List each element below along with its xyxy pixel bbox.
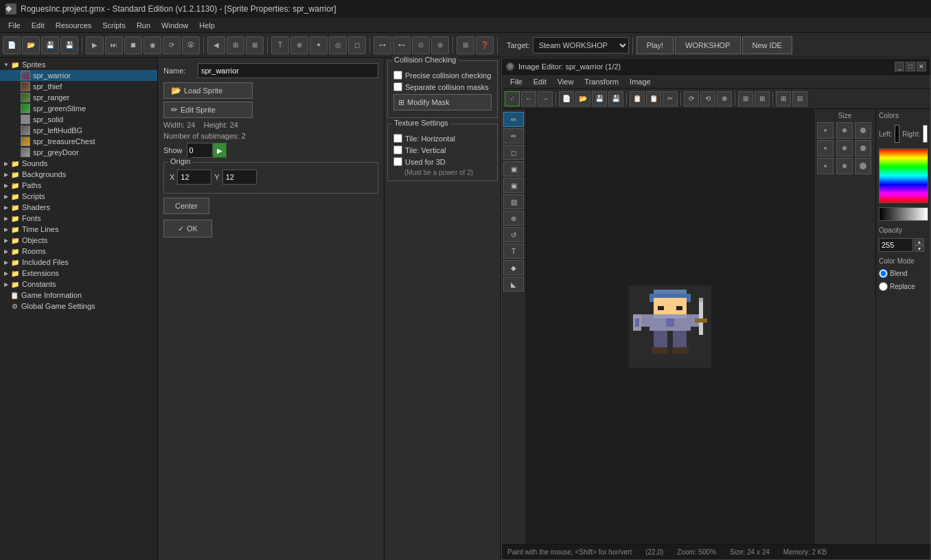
toolbar-b10[interactable]: ◎: [329, 36, 347, 54]
img-toolbar-b5[interactable]: ⊞: [755, 91, 770, 106]
toolbar-play[interactable]: ▶: [86, 36, 104, 54]
center-button[interactable]: Center: [163, 198, 209, 214]
toolbar-b4[interactable]: ◀: [207, 36, 225, 54]
sidebar-item-paths[interactable]: ▶ 📁 Paths: [0, 180, 157, 191]
img-toolbar-save[interactable]: 💾: [592, 91, 607, 106]
sidebar-item-extensions[interactable]: ▶ 📁 Extensions: [0, 268, 157, 279]
sidebar-item-fonts[interactable]: ▶ 📁 Fonts: [0, 213, 157, 224]
precise-collision-checkbox[interactable]: [393, 71, 402, 80]
ok-button[interactable]: ✓ OK: [163, 220, 212, 237]
win-restore[interactable]: □: [906, 62, 915, 71]
load-sprite-button[interactable]: 📂 Load Sprite: [163, 82, 253, 99]
img-toolbar-cut[interactable]: ✂: [663, 91, 678, 106]
img-toolbar-copy[interactable]: 📋: [630, 91, 645, 106]
target-select[interactable]: Steam WORKSHOP: [533, 37, 629, 54]
sidebar-item-spr-thief[interactable]: spr_thief: [0, 81, 157, 92]
toolbar-b11[interactable]: ◻: [348, 36, 366, 54]
toolbar-b12[interactable]: ⊶: [373, 36, 391, 54]
img-toolbar-b4[interactable]: ⊞: [738, 91, 753, 106]
sidebar-item-spr-ranger[interactable]: spr_ranger: [0, 92, 157, 103]
blend-radio[interactable]: [879, 269, 888, 278]
menu-help[interactable]: Help: [194, 20, 220, 31]
toolbar-b8[interactable]: ⊕: [290, 36, 308, 54]
size-md-lg[interactable]: [855, 140, 871, 156]
gray-bar[interactable]: [879, 207, 928, 221]
menu-scripts[interactable]: Scripts: [97, 20, 131, 31]
edit-sprite-button[interactable]: ✏ Edit Sprite: [163, 102, 253, 118]
img-toolbar-paste[interactable]: 📋: [646, 91, 661, 106]
replace-radio[interactable]: [879, 282, 888, 291]
img-toolbar-new[interactable]: 📄: [559, 91, 574, 106]
menu-window[interactable]: Window: [156, 20, 194, 31]
sidebar-item-spr-solid[interactable]: spr_solid: [0, 114, 157, 125]
canvas-area[interactable]: [527, 109, 814, 544]
toolbar-save[interactable]: 💾: [41, 36, 59, 54]
size-lg-lg[interactable]: [855, 158, 871, 174]
play-button[interactable]: Play!: [636, 36, 674, 54]
size-sm-lg[interactable]: [855, 122, 871, 139]
sidebar-item-shaders[interactable]: ▶ 📁 Shaders: [0, 202, 157, 213]
img-menu-edit[interactable]: Edit: [528, 77, 552, 86]
img-menu-transform[interactable]: Transform: [579, 77, 624, 86]
tile-h-checkbox[interactable]: [393, 134, 402, 143]
img-toolbar-b1[interactable]: ⟳: [684, 91, 699, 106]
tool-fill[interactable]: ▣: [503, 161, 524, 176]
sidebar-item-timelines[interactable]: ▶ 📁 Time Lines: [0, 224, 157, 235]
img-toolbar-b2[interactable]: ⟲: [700, 91, 715, 106]
sidebar-item-spr-greenslime[interactable]: spr_greenSlime: [0, 103, 157, 114]
sidebar-item-constants[interactable]: ▶ 📁 Constants: [0, 279, 157, 290]
sidebar-item-spr-lefthud[interactable]: spr_leftHudBG: [0, 125, 157, 136]
img-menu-file[interactable]: File: [505, 77, 528, 86]
sidebar-item-scripts[interactable]: ▶ 📁 Scripts: [0, 191, 157, 202]
opacity-down[interactable]: ▼: [915, 245, 924, 252]
toolbar-b5[interactable]: ⊞: [227, 36, 244, 54]
img-toolbar-grid[interactable]: ⊞: [776, 91, 791, 106]
toolbar-b9[interactable]: ✦: [310, 36, 327, 54]
show-arrow-btn[interactable]: ▶: [213, 143, 227, 158]
toolbar-b17[interactable]: ❓: [476, 36, 494, 54]
toolbar-b6[interactable]: ⊠: [246, 36, 264, 54]
img-toolbar-open[interactable]: 📂: [575, 91, 590, 106]
menu-edit[interactable]: Edit: [26, 20, 50, 31]
sidebar-item-spr-door[interactable]: spr_greyDoor: [0, 147, 157, 158]
img-toolbar-overlay[interactable]: ⊟: [792, 91, 807, 106]
toolbar-save2[interactable]: 💾: [60, 36, 78, 54]
sidebar-item-sounds[interactable]: ▶ 📁 Sounds: [0, 158, 157, 169]
separate-masks-checkbox[interactable]: [393, 82, 402, 91]
toolbar-b13[interactable]: ⊷: [393, 36, 411, 54]
img-toolbar-redo[interactable]: →: [538, 91, 553, 106]
size-lg-sm[interactable]: [817, 158, 834, 174]
size-sm-md[interactable]: [836, 122, 853, 139]
left-color-swatch[interactable]: [895, 125, 899, 143]
sidebar-item-included-files[interactable]: ▶ 📁 Included Files: [0, 257, 157, 268]
win-close[interactable]: ✕: [917, 62, 926, 71]
new-ide-button[interactable]: New IDE: [742, 36, 792, 54]
sidebar-item-objects[interactable]: ▶ 📁 Objects: [0, 235, 157, 246]
x-input[interactable]: [177, 170, 211, 185]
tool-diamond[interactable]: ◆: [503, 260, 524, 275]
menu-resources[interactable]: Resources: [50, 20, 97, 31]
tool-rect[interactable]: ▣: [503, 178, 524, 193]
modify-mask-button[interactable]: ⊞ Modify Mask: [393, 94, 492, 110]
toolbar-open[interactable]: 📂: [22, 36, 40, 54]
size-md-sm[interactable]: [817, 140, 834, 156]
toolbar-new[interactable]: 📄: [3, 36, 21, 54]
img-toolbar-confirm[interactable]: ✓: [505, 91, 520, 106]
win-minimize[interactable]: _: [895, 62, 904, 71]
toolbar-b2[interactable]: ⟳: [163, 36, 181, 54]
sidebar-item-game-info[interactable]: 📋 Game Information: [0, 290, 157, 301]
tool-pencil[interactable]: ✏: [503, 112, 524, 127]
img-toolbar-save2[interactable]: 💾: [608, 91, 623, 106]
img-menu-view[interactable]: View: [552, 77, 579, 86]
opacity-up[interactable]: ▲: [915, 238, 924, 245]
size-md-md[interactable]: [836, 140, 853, 156]
used-3d-checkbox[interactable]: [393, 157, 402, 166]
sidebar-item-spr-warrior[interactable]: spr_warrior: [0, 70, 157, 81]
sidebar-item-global-settings[interactable]: ⚙ Global Game Settings: [0, 301, 157, 312]
tool-rotate2[interactable]: ↺: [503, 227, 524, 242]
toolbar-step[interactable]: ⏭: [105, 36, 123, 54]
toolbar-b14[interactable]: ⊙: [412, 36, 430, 54]
tool-rotate[interactable]: ⊕: [503, 211, 524, 226]
sidebar-item-spr-chest[interactable]: spr_treasureChest: [0, 136, 157, 147]
sidebar-item-rooms[interactable]: ▶ 📁 Rooms: [0, 246, 157, 257]
